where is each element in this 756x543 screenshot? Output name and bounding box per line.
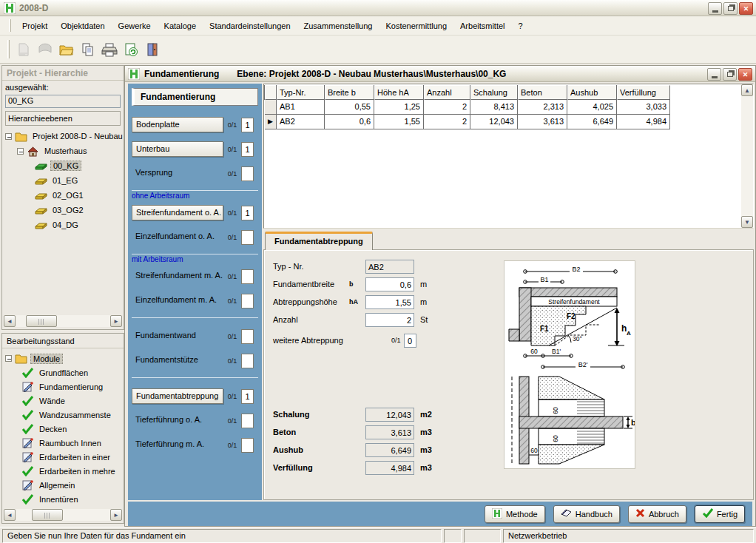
streifenfundament-ma-label[interactable]: Streifenfundament m. A.: [132, 269, 223, 284]
restore-button[interactable]: [723, 2, 738, 15]
col-typ-nr[interactable]: Typ-Nr.: [277, 85, 325, 100]
scroll-track[interactable]: [16, 315, 110, 327]
module-item[interactable]: Grundflächen: [5, 365, 124, 380]
module-item[interactable]: Raumbuch Innen: [5, 436, 124, 450]
module-item[interactable]: Innentüren: [5, 492, 124, 505]
tree-node-label[interactable]: 03_OG2: [50, 206, 86, 215]
module-item[interactable]: Erdarbeiten in einer: [5, 450, 124, 464]
cell[interactable]: 2,313: [518, 100, 567, 115]
count-box[interactable]: [241, 354, 254, 368]
copy-icon[interactable]: [78, 40, 98, 59]
module-item[interactable]: Decken: [5, 422, 124, 436]
tree-node-module-root[interactable]: Module: [5, 351, 124, 365]
new-document-icon[interactable]: [14, 40, 33, 59]
module-item[interactable]: Allgemein: [5, 478, 124, 492]
collapse-icon[interactable]: [17, 148, 24, 155]
count-box[interactable]: 1: [241, 118, 254, 132]
module-item-label[interactable]: Raumbuch Innen: [37, 439, 104, 448]
tieferfuehrung-ma-label[interactable]: Tieferführung m. A.: [132, 437, 223, 453]
module-item[interactable]: Fundamentierung: [5, 380, 124, 394]
menu-zusammenstellung[interactable]: Zusammenstellung: [297, 18, 379, 33]
tree-node-floor[interactable]: 03_OG2: [5, 203, 124, 217]
count-box[interactable]: 1: [241, 389, 254, 404]
tree-node-floor[interactable]: 00_KG: [5, 158, 124, 173]
export-refresh-icon[interactable]: [121, 40, 141, 59]
cell[interactable]: 0,55: [325, 100, 374, 115]
count-box[interactable]: [241, 329, 254, 344]
cell[interactable]: 8,413: [470, 100, 518, 115]
cell[interactable]: 12,043: [470, 115, 518, 129]
minimize-button[interactable]: [708, 2, 722, 15]
module-item-label[interactable]: Grundflächen: [37, 368, 90, 377]
scroll-down-icon[interactable]: ▼: [741, 216, 753, 228]
cell[interactable]: AB2: [277, 115, 325, 129]
fundamentabtreppung-button[interactable]: Fundamentabtreppung: [132, 388, 223, 404]
count-box[interactable]: 1: [241, 206, 254, 220]
tieferfuehrung-oa-label[interactable]: Tieferführung o. A.: [132, 413, 223, 428]
scroll-track[interactable]: [16, 509, 110, 521]
count-box[interactable]: [241, 414, 254, 428]
collapse-icon[interactable]: [5, 355, 12, 362]
streifenfundament-oa-button[interactable]: Streifenfundament o. A.: [132, 205, 223, 220]
scroll-left-icon[interactable]: ◄: [4, 315, 16, 327]
scroll-thumb[interactable]: [32, 509, 63, 521]
methode-button[interactable]: Methode: [485, 505, 545, 523]
module-item-label[interactable]: Erdarbeiten in einer: [37, 453, 112, 462]
count-box[interactable]: [241, 438, 254, 453]
einzelfundament-oa-label[interactable]: Einzelfundament o. A.: [132, 229, 223, 245]
close-button[interactable]: ✕: [739, 2, 753, 15]
module-hscrollbar[interactable]: ◄ ►: [4, 509, 122, 521]
fundamentwand-label[interactable]: Fundamentwand: [132, 328, 223, 344]
open-project-icon[interactable]: [36, 40, 55, 59]
minimize-button[interactable]: [707, 68, 721, 81]
count-box[interactable]: [241, 230, 254, 245]
tab-fundamentabtreppung[interactable]: Fundamentabtreppung: [265, 232, 373, 250]
scroll-right-icon[interactable]: ►: [110, 509, 122, 521]
table-row-ab1[interactable]: AB1 0,55 1,25 2 8,413 2,313 4,025 3,033: [265, 100, 740, 115]
menu-kataloge[interactable]: Kataloge: [158, 18, 203, 33]
col-aushub[interactable]: Aushub: [567, 85, 617, 100]
restore-button[interactable]: [723, 68, 737, 81]
fundamentbreite-input[interactable]: 0,6: [365, 277, 414, 291]
menu-standardeinstellungen[interactable]: Standardeinstellungen: [203, 18, 297, 33]
cell[interactable]: 3,613: [518, 115, 567, 129]
count-box[interactable]: [241, 269, 254, 284]
col-verfuellung[interactable]: Verfüllung: [617, 85, 670, 100]
handbuch-button[interactable]: Handbuch: [553, 505, 620, 523]
tree-node-project[interactable]: Projekt 2008-D - Neubau: [5, 129, 124, 144]
cell[interactable]: 4,984: [617, 115, 670, 129]
count-box[interactable]: [241, 294, 254, 308]
fundamentstuetze-label[interactable]: Fundamentstütze: [132, 353, 223, 368]
module-item-label[interactable]: Wandzusammenste: [37, 411, 113, 419]
scroll-thumb[interactable]: [26, 315, 57, 327]
tree-node-label[interactable]: 01_EG: [50, 176, 80, 185]
module-item-label[interactable]: Decken: [37, 425, 69, 434]
module-item-label[interactable]: Innentüren: [37, 495, 81, 504]
menu-gewerke[interactable]: Gewerke: [112, 18, 158, 33]
menu-kostenermittlung[interactable]: Kostenermittlung: [379, 18, 453, 33]
module-item[interactable]: Erdarbeiten in mehre: [5, 464, 124, 478]
exit-door-icon[interactable]: [143, 40, 162, 59]
fertig-button[interactable]: Fertig: [695, 505, 745, 523]
cell[interactable]: 3,033: [617, 100, 670, 115]
col-beton[interactable]: Beton: [518, 85, 567, 100]
tree-node-label-selected[interactable]: 00_KG: [50, 161, 81, 171]
tree-node-label[interactable]: 04_DG: [50, 220, 81, 229]
hierarchy-hscrollbar[interactable]: ◄ ►: [4, 315, 122, 327]
tree-node-floor[interactable]: 01_EG: [5, 173, 124, 188]
cell[interactable]: 6,649: [567, 115, 617, 129]
versprung-label[interactable]: Versprung: [132, 166, 223, 181]
tree-node-floor[interactable]: 02_OG1: [5, 188, 124, 203]
module-item-label[interactable]: Fundamentierung: [37, 382, 105, 391]
count-box[interactable]: 1: [241, 142, 254, 157]
cell[interactable]: 0,6: [325, 115, 374, 129]
cell[interactable]: AB1: [277, 100, 325, 115]
bodenplatte-button[interactable]: Bodenplatte: [132, 117, 223, 132]
open-folder-icon[interactable]: [57, 40, 76, 59]
abtreppungshoehe-input[interactable]: 1,55: [365, 295, 414, 309]
tree-node-floor[interactable]: 04_DG: [5, 217, 124, 232]
tree-node-building[interactable]: Musterhaus: [5, 144, 124, 158]
tree-node-label[interactable]: 02_OG1: [50, 191, 86, 200]
collapse-icon[interactable]: [5, 133, 12, 140]
cell[interactable]: 4,025: [567, 100, 617, 115]
